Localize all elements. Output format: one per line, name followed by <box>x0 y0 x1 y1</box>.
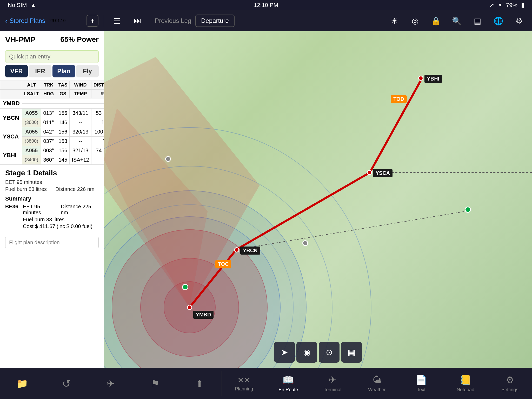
left-panel: VH-PMP 65% Power VFR IFR Plan Fly ALT TR… <box>0 31 104 368</box>
ysca-trk: 042° <box>41 127 56 137</box>
ybcn-temp: -- <box>70 118 91 127</box>
tab-folder[interactable]: 📁 <box>0 376 44 391</box>
flight-plan-input[interactable] <box>5 237 99 248</box>
ysca-lsalt: (3800) <box>22 137 41 146</box>
status-bar: No SIM ▲ 12:10 PM ↗ ✦ 79% ▮ <box>0 0 532 10</box>
table-row: YBCN A055 013° 156 343/11 53 26 <box>0 109 104 118</box>
plus-icon: + <box>90 17 95 25</box>
waypoint-ymbd: YMBD <box>0 98 22 109</box>
ifr-button[interactable]: IFR <box>29 65 51 77</box>
tab-weather[interactable]: 🌤 Weather <box>355 373 399 395</box>
list-icon: ▤ <box>474 16 481 25</box>
tab-bar: 📁 ↺ ✈ ⚑ ⬆ ✕✕ Planning 📖 En Route ✈ Termi… <box>0 368 532 399</box>
tab-refresh[interactable]: ↺ <box>44 376 89 392</box>
tab-terminal[interactable]: ✈ Terminal <box>310 373 355 395</box>
ybcn-rem: 173 <box>91 118 104 127</box>
speedometer-tool-button[interactable]: ⊙ <box>319 342 340 363</box>
flight-table: ALT TRK TAS WIND DIST ETD LSALT HDG GS T… <box>0 81 104 165</box>
tab-notepad[interactable]: 📒 Notepad <box>443 373 488 395</box>
vfr-button[interactable]: VFR <box>5 65 28 77</box>
ysca-tas: 156 <box>56 127 70 137</box>
battery-label: 79% <box>506 2 517 9</box>
fly-button[interactable]: Fly <box>76 65 99 77</box>
fast-forward-button[interactable]: ⏭ <box>130 13 145 29</box>
map-label-ybcn: YBCN <box>240 247 260 255</box>
ybhi-temp: ISA+12 <box>70 155 91 165</box>
lifering-button[interactable]: ◎ <box>407 13 423 29</box>
ybcn-gs: 146 <box>56 118 70 127</box>
planning-label: Planning <box>235 386 253 392</box>
nav-bar: ‹ Stored Plans 29 01:10 + ☰ ⏭ Previous L… <box>0 10 532 31</box>
flag-icon: ⚑ <box>151 378 159 389</box>
refresh-icon: ↺ <box>62 378 71 390</box>
col-alt: ALT <box>22 81 41 90</box>
col-trk: TRK <box>41 81 56 90</box>
ybhi-rem: 0 <box>91 155 104 165</box>
plan-button[interactable]: Plan <box>52 65 75 77</box>
sun-icon: ☀ <box>391 16 398 25</box>
summary-fuel: Fuel burn 83 litres <box>23 217 64 222</box>
compass-tool-button[interactable]: ◉ <box>296 342 317 363</box>
sun-button[interactable]: ☀ <box>387 13 402 29</box>
tab-share[interactable]: ⬆ <box>177 376 222 391</box>
menu-icon: ☰ <box>114 16 121 25</box>
menu-button[interactable]: ☰ <box>109 13 125 29</box>
ybhi-alt: A055 <box>22 146 41 155</box>
enroute-label: En Route <box>278 387 298 393</box>
ysca-rem: 74 <box>91 137 104 146</box>
tab-enroute[interactable]: 📖 En Route <box>266 373 310 395</box>
map-label-tod: TOD <box>391 95 407 103</box>
notepad-label: Notepad <box>457 387 474 393</box>
settings-icon: ⚙ <box>506 375 514 385</box>
search-button[interactable]: 🔍 <box>449 13 464 29</box>
settings-nav-button[interactable]: ⚙ <box>511 13 527 29</box>
svg-line-5 <box>370 79 422 172</box>
ybhi-lsalt: (3400) <box>22 155 41 165</box>
planning-icon: ✕✕ <box>237 376 250 385</box>
stage-title: Stage 1 Details <box>5 169 99 177</box>
text-label: Text <box>417 387 425 393</box>
tab-text[interactable]: 📄 Text <box>399 373 443 395</box>
folder-icon: 📁 <box>16 378 28 389</box>
list-button[interactable]: ▤ <box>470 13 485 29</box>
compass-icon: ◉ <box>303 347 310 357</box>
col-lsalt: LSALT <box>22 90 41 98</box>
col-hdg: HDG <box>41 90 56 98</box>
waypoint-dot-green2 <box>465 207 471 213</box>
back-button[interactable]: ‹ Stored Plans <box>5 17 45 25</box>
aircraft-icon: ✈ <box>107 378 115 389</box>
search-icon: 🔍 <box>452 16 462 25</box>
notepad-icon: 📒 <box>460 375 471 385</box>
time-label: 12:10 PM <box>254 2 278 8</box>
weather-label: Weather <box>368 387 386 393</box>
terminal-icon: ✈ <box>329 375 336 385</box>
share-icon: ⬆ <box>196 378 203 389</box>
enroute-icon: 📖 <box>282 375 294 385</box>
ysca-gs: 153 <box>56 137 70 146</box>
tab-aircraft[interactable]: ✈ <box>89 376 133 391</box>
lifering-icon: ◎ <box>412 16 418 25</box>
globe-button[interactable]: 🌐 <box>490 13 506 29</box>
tab-settings[interactable]: ⚙ Settings <box>488 373 532 395</box>
chart-tool-button[interactable]: ▦ <box>341 342 362 363</box>
back-arrow-icon: ‹ <box>5 17 8 25</box>
map-area[interactable]: YMBD YBCN YSCA YBHI TOD TOC ➤ ◉ ⊙ ▦ <box>104 31 532 368</box>
bluetooth-icon: ✦ <box>498 2 502 9</box>
speedometer-icon: ⊙ <box>326 347 333 357</box>
add-plan-button[interactable]: + <box>87 15 98 27</box>
departure-button[interactable]: Departure <box>195 15 235 27</box>
table-row: YMBD <box>0 98 104 104</box>
col-tas: TAS <box>56 81 70 90</box>
ybhi-hdg: 360° <box>41 155 56 165</box>
tab-planning[interactable]: ✕✕ Planning <box>222 374 266 394</box>
waypoint-dot-gray2 <box>302 240 308 246</box>
tab-flag[interactable]: ⚑ <box>133 376 177 391</box>
battery-icon: ▮ <box>521 2 524 9</box>
lock-button[interactable]: 🔒 <box>428 13 444 29</box>
waypoint-dot-gray1 <box>165 156 171 162</box>
quick-plan-input[interactable] <box>5 50 99 63</box>
navigation-tool-button[interactable]: ➤ <box>274 342 295 363</box>
chart-icon: ▦ <box>348 347 355 357</box>
weather-icon: 🌤 <box>372 375 382 385</box>
departure-label: Departure <box>201 17 229 24</box>
